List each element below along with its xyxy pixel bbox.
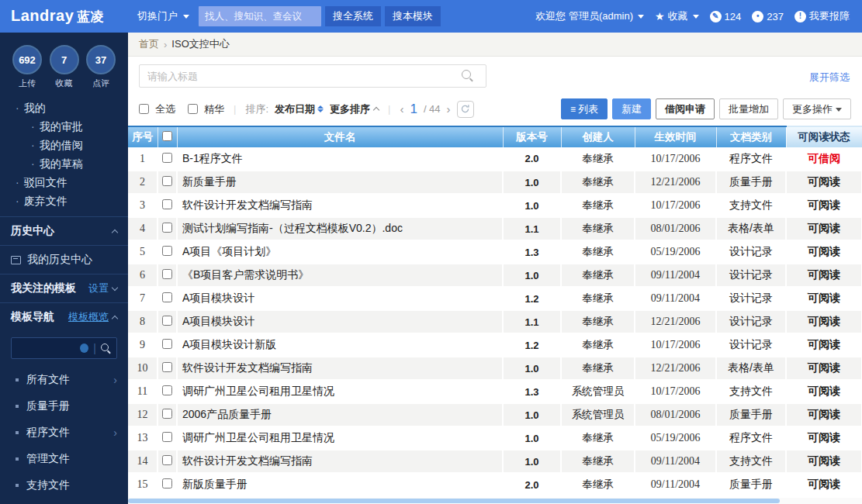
row-checkbox[interactable] — [162, 316, 172, 326]
table-row[interactable]: 14 软件设计开发文档编写指南 1.0 奉继承 09/11/2004 支持文件 … — [128, 450, 862, 473]
header-checkbox[interactable] — [162, 131, 172, 141]
search-system-button[interactable]: 搜全系统 — [325, 6, 381, 26]
table-row[interactable]: 4 测试计划编写指南-（过程文档模板V0.2）.doc 1.1 奉继承 08/0… — [128, 217, 862, 240]
header-category[interactable]: 文档类别 — [716, 126, 786, 147]
sidebar-item[interactable]: ·我的 — [0, 98, 128, 117]
row-checkbox[interactable] — [162, 223, 172, 233]
file-name[interactable]: 新质量手册 — [177, 171, 503, 194]
row-checkbox[interactable] — [162, 176, 172, 186]
table-row[interactable]: 10 软件设计开发文档编写指南 1.0 奉继承 12/21/2006 表格/表单… — [128, 357, 862, 380]
list-view-button[interactable]: ≡列表 — [561, 98, 608, 119]
featured-checkbox[interactable] — [188, 104, 198, 114]
prev-page-button[interactable]: ‹ — [400, 102, 403, 116]
file-name[interactable]: 调研广州卫星公司租用卫星情况 — [177, 426, 503, 450]
sidebar-item[interactable]: ·废弃文件 — [0, 192, 128, 210]
row-checkbox[interactable] — [162, 153, 172, 163]
sidebar-file-item[interactable]: 质量手册 — [0, 393, 128, 419]
sidebar-section-followed-templates[interactable]: 我关注的模板 设置 — [0, 274, 128, 302]
table-row[interactable]: 9 A项目模块设计新版 1.2 奉继承 10/17/2006 设计记录 可阅读 — [128, 333, 862, 357]
clear-icon[interactable] — [80, 343, 88, 353]
sort-field-button[interactable]: 发布日期 — [275, 102, 324, 116]
table-row[interactable]: 7 A项目模块设计 1.2 奉继承 09/11/2004 设计记录 可阅读 — [128, 287, 862, 310]
sidebar-item-my-history[interactable]: 我的历史中心 — [0, 245, 128, 274]
stat-block[interactable]: 37 点评 — [86, 45, 116, 89]
sidebar-file-item[interactable]: 所有文件 › — [0, 367, 128, 393]
row-checkbox[interactable] — [162, 478, 172, 488]
comment-counter[interactable]: •237 — [752, 11, 784, 22]
new-button[interactable]: 新建 — [612, 98, 651, 119]
table-row[interactable]: 8 A项目模块设计 1.1 奉继承 12/21/2006 设计记录 可阅读 — [128, 310, 862, 333]
favorites-menu[interactable]: ★收藏 — [655, 9, 699, 23]
header-filename[interactable]: 文件名 — [177, 126, 503, 147]
report-issue[interactable]: !我要报障 — [794, 9, 850, 23]
file-name[interactable]: 软件设计开发文档编写指南 — [177, 357, 503, 380]
refresh-button[interactable] — [457, 101, 474, 118]
table-row[interactable]: 6 《B项目客户需求说明书》 1.0 奉继承 09/11/2004 设计记录 可… — [128, 264, 862, 287]
file-name[interactable]: 软件设计开发文档编写指南 — [177, 194, 503, 217]
row-checkbox[interactable] — [162, 292, 172, 302]
file-name[interactable]: 测试计划编写指南-（过程文档模板V0.2）.doc — [177, 217, 503, 240]
file-name[interactable]: 新版质量手册 — [177, 473, 503, 496]
file-name[interactable]: 2006产品质量手册 — [177, 403, 503, 426]
sidebar-file-item[interactable]: 表格表单 — [0, 499, 128, 504]
sidebar-item[interactable]: ·我的草稿 — [0, 154, 128, 173]
sidebar-file-item[interactable]: 程序文件 › — [0, 419, 128, 446]
row-checkbox[interactable] — [162, 246, 172, 256]
search-icon[interactable] — [101, 343, 110, 354]
portal-switch[interactable]: 切换门户 — [137, 9, 189, 23]
row-checkbox[interactable] — [162, 269, 172, 279]
more-sort-button[interactable]: 更多排序 — [330, 102, 379, 116]
file-name[interactable]: A项目《项目计划》 — [177, 240, 503, 264]
row-checkbox[interactable] — [162, 199, 172, 209]
scrollbar-thumb[interactable] — [128, 499, 780, 503]
table-row[interactable]: 5 A项目《项目计划》 1.3 奉继承 05/19/2006 设计记录 可阅读 — [128, 240, 862, 264]
more-actions-button[interactable]: 更多操作 — [783, 98, 851, 119]
search-icon[interactable] — [462, 70, 473, 81]
sidebar-section-history[interactable]: 历史中心 — [0, 216, 128, 245]
sidebar-item[interactable]: ·驳回文件 — [0, 173, 128, 192]
global-search-input[interactable] — [199, 6, 321, 26]
table-row[interactable]: 2 新质量手册 1.0 奉继承 12/21/2006 质量手册 可阅读 — [128, 171, 862, 194]
stat-block[interactable]: 692 上传 — [12, 45, 42, 89]
row-checkbox[interactable] — [162, 432, 172, 442]
table-row[interactable]: 13 调研广州卫星公司租用卫星情况 1.0 奉继承 05/19/2006 程序文… — [128, 426, 862, 450]
sidebar-search-input[interactable] — [18, 343, 80, 354]
file-name[interactable]: B-1程序文件 — [177, 147, 503, 171]
table-row[interactable]: 1 B-1程序文件 2.0 奉继承 10/17/2006 程序文件 可借阅 — [128, 147, 862, 171]
next-page-button[interactable]: › — [447, 102, 451, 116]
user-menu[interactable]: 欢迎您管理员(admin) — [535, 9, 644, 23]
horizontal-scrollbar[interactable] — [128, 498, 862, 504]
header-read-status[interactable]: 可阅读状态 — [786, 126, 862, 147]
batch-add-button[interactable]: 批量增加 — [719, 98, 778, 119]
select-all-checkbox[interactable] — [139, 104, 149, 114]
header-index[interactable]: 序号 — [128, 126, 158, 147]
title-search-input[interactable] — [139, 64, 486, 88]
sidebar-search-box[interactable]: | — [11, 337, 117, 359]
template-overview-link[interactable]: 模板概览 — [68, 310, 109, 324]
table-row[interactable]: 11 调研广州卫星公司租用卫星情况 1.3 系统管理员 10/17/2006 支… — [128, 380, 862, 403]
row-checkbox[interactable] — [162, 362, 172, 372]
settings-link[interactable]: 设置 — [88, 281, 109, 295]
borrow-request-button[interactable]: 借阅申请 — [656, 98, 715, 119]
breadcrumb-home[interactable]: 首页 — [139, 37, 159, 51]
row-checkbox[interactable] — [162, 339, 172, 349]
file-name[interactable]: 《B项目客户需求说明书》 — [177, 264, 503, 287]
file-name[interactable]: 软件设计开发文档编写指南 — [177, 450, 503, 473]
sidebar-file-item[interactable]: 管理文件 — [0, 446, 128, 472]
sidebar-item[interactable]: ·我的借阅 — [0, 136, 128, 154]
file-name[interactable]: 调研广州卫星公司租用卫星情况 — [177, 380, 503, 403]
file-name[interactable]: A项目模块设计 — [177, 310, 503, 333]
edit-counter[interactable]: ✎124 — [710, 11, 742, 22]
row-checkbox[interactable] — [162, 455, 172, 465]
current-page[interactable]: 1 — [410, 102, 417, 117]
file-name[interactable]: A项目模块设计新版 — [177, 333, 503, 357]
header-effective-date[interactable]: 生效时间 — [635, 126, 716, 147]
table-row[interactable]: 3 软件设计开发文档编写指南 1.0 奉继承 10/17/2006 支持文件 可… — [128, 194, 862, 217]
sidebar-item[interactable]: ·我的审批 — [0, 117, 128, 136]
row-checkbox[interactable] — [162, 409, 172, 419]
search-module-button[interactable]: 搜本模块 — [385, 6, 441, 26]
table-row[interactable]: 12 2006产品质量手册 1.0 系统管理员 08/01/2006 质量手册 … — [128, 403, 862, 426]
sidebar-section-template-nav[interactable]: 模板导航 模板概览 — [0, 302, 128, 331]
row-checkbox[interactable] — [162, 385, 172, 395]
expand-filter-link[interactable]: 展开筛选 — [809, 71, 850, 85]
